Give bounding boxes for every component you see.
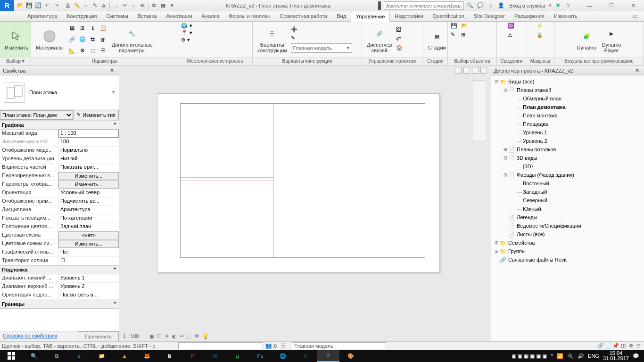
paint-icon[interactable]: 🎨 [339, 350, 362, 362]
ribbon-tab-вставка[interactable]: Вставка [133, 12, 162, 21]
ribbon-tab-quantification[interactable]: Quantification [428, 12, 469, 21]
edit-type-button[interactable]: ✎Изменить тип [73, 110, 119, 120]
tree-item[interactable]: ⊞📁Группы [492, 247, 643, 255]
sun-path-icon[interactable]: ☀ [165, 333, 169, 339]
help-search-input[interactable] [384, 1, 464, 10]
ribbon-tab-конструкция[interactable]: Конструкция [62, 12, 102, 21]
ribbon-tab-управление[interactable]: Управление [351, 12, 390, 22]
group-header[interactable]: Подложка [2, 267, 27, 273]
apply-button[interactable]: Применить [78, 331, 119, 341]
ids-icon[interactable]: 🆔 [508, 23, 515, 30]
text-icon[interactable]: A [99, 1, 108, 10]
exchange-icon[interactable]: ✖ [553, 1, 562, 10]
photoshop-icon[interactable]: Ps [249, 350, 272, 362]
location-button[interactable]: 🌍▾ [181, 23, 192, 29]
crop-region-icon[interactable]: ⬚ [187, 333, 191, 339]
collapse-icon[interactable]: ⊟ [494, 79, 500, 84]
comm-icon[interactable]: 💬 [476, 1, 485, 10]
sign-in-link[interactable]: Вход в службы [507, 3, 547, 8]
utorrent-icon[interactable]: µ [226, 350, 249, 362]
ribbon-tab-системы[interactable]: Системы [102, 12, 133, 21]
tree-item[interactable]: — Уровень 1 [492, 128, 643, 137]
starting-view-icon[interactable]: 🏠 [396, 45, 404, 52]
ribbon-tab-вид[interactable]: Вид [332, 12, 351, 21]
tray-icons[interactable]: ▣ ▣ ▣ ▣ ▣ ▣ [512, 353, 547, 359]
navigation-bar[interactable] [472, 80, 487, 141]
manage-images-icon[interactable]: 🖼 [396, 27, 404, 34]
tree-item[interactable]: ⊟📄Фасады (Фасад здания) [492, 171, 643, 179]
property-value[interactable]: Условный север [58, 189, 119, 197]
manage-links-button[interactable]: 🔗 Диспетчер связей [365, 25, 394, 54]
search-icon[interactable]: 🔍 [466, 1, 474, 10]
group-header[interactable]: Графика [2, 122, 24, 128]
view-canvas[interactable]: 1 : 100 ▦ ☐ ☀ ◐ ✂ ⬚ 👁 💡 [119, 66, 491, 341]
ribbon-tab-архитектура[interactable]: Архитектура [23, 12, 62, 21]
minimize-view-icon[interactable] [455, 67, 462, 74]
volume-icon[interactable]: 🔊 [578, 353, 584, 359]
shared-params-icon[interactable]: 🔗 [67, 34, 77, 45]
detail-level-icon[interactable]: ▦ [149, 333, 154, 339]
minimize-button[interactable]: — [579, 0, 601, 11]
undo-icon[interactable]: ↶ [43, 1, 51, 10]
section-icon[interactable]: ✂ [120, 1, 129, 10]
visual-style-icon[interactable]: ☐ [157, 333, 162, 339]
project-params-icon[interactable]: 📋 [99, 23, 108, 33]
select-underlay-icon[interactable]: 📄 [604, 343, 612, 349]
drag-elements-icon[interactable]: ✥ [627, 343, 635, 349]
expand-icon[interactable]: ⊞ [503, 147, 508, 152]
tree-item[interactable]: ⊟📄Планы этажей [492, 86, 643, 94]
tag-icon[interactable]: ✎ [91, 1, 99, 10]
macro-security-icon[interactable]: 🔒 [537, 32, 544, 40]
property-value[interactable]: Изменить... [58, 172, 119, 180]
tree-item[interactable]: ⊞📁Семейства [492, 239, 643, 247]
close-icon[interactable]: ✕ [633, 67, 641, 74]
tree-item[interactable]: — Западный [492, 188, 643, 196]
property-value[interactable]: Подчистить вс... [58, 197, 119, 206]
design-option-status-combo[interactable]: Главная модель [292, 342, 386, 349]
user-icon[interactable]: 👤 [497, 1, 505, 10]
hide-isolate-icon[interactable]: 👁 [194, 333, 199, 339]
property-value[interactable]: <нет> [58, 231, 119, 239]
select-links-icon[interactable]: 🔗 [597, 343, 604, 349]
ribbon-tab-надстройки[interactable]: Надстройки [390, 12, 428, 21]
tree-item[interactable]: 🔗Связанные файлы Revit [492, 255, 643, 264]
help-icon[interactable]: ? [564, 1, 572, 10]
additional-params-button[interactable]: 🔧 Дополнительные параметры [110, 25, 155, 54]
property-value[interactable]: По категории [58, 214, 119, 222]
tree-item[interactable]: ⊟📄3D виды [492, 154, 643, 162]
d3-icon[interactable]: ⬚ [111, 1, 120, 10]
property-value[interactable]: Низкий [58, 155, 119, 163]
ribbon-tab-аннотации[interactable]: Аннотации [162, 12, 197, 21]
units-icon[interactable]: 📐 [67, 46, 77, 56]
decal-types-icon[interactable]: 🏷 [396, 36, 404, 43]
property-value[interactable]: ☐ [58, 257, 119, 265]
property-value[interactable]: Уровень 2 [58, 283, 119, 291]
property-value[interactable]: 100 [58, 138, 119, 146]
app-icon-1[interactable]: ▲ [113, 350, 136, 362]
word-icon[interactable]: W [204, 350, 226, 362]
ribbon-tab-совместная-работа[interactable]: Совместная работа [275, 12, 332, 21]
chevron-up-icon[interactable]: ⌃ [113, 267, 117, 273]
workset-icon[interactable]: 👥 [265, 343, 272, 349]
property-value[interactable]: Нормально [58, 147, 119, 155]
tree-item[interactable]: — Восточный [492, 179, 643, 188]
type-dropdown-icon[interactable]: ▾ [112, 89, 115, 95]
purge-icon[interactable]: 🗑 [99, 34, 108, 45]
clock[interactable]: 15:04 31.01.2017 [603, 351, 629, 361]
crop-view-icon[interactable]: ✂ [180, 333, 184, 339]
collapse-icon[interactable]: ⊟ [503, 173, 508, 177]
switch-windows-icon[interactable]: ⧉ [150, 1, 158, 10]
load-selection-icon[interactable]: 📂 [461, 23, 469, 30]
maximize-view-icon[interactable] [463, 67, 470, 74]
s4-icon[interactable]: ⊞ [461, 32, 469, 39]
tree-item[interactable]: 📄Ведомости/Спецификации [492, 222, 643, 230]
filter-icon[interactable]: ▽ [635, 343, 642, 349]
network-icon[interactable]: 📶 [557, 353, 563, 359]
add-to-set-icon[interactable]: ➕ [291, 26, 298, 34]
property-value[interactable]: 1 : 100 [58, 130, 119, 138]
position-button[interactable]: ⊕▾ [181, 37, 190, 43]
reveal-hidden-icon[interactable]: 💡 [202, 333, 209, 339]
snaps-icon[interactable]: ⊞ [78, 23, 87, 33]
select-face-icon[interactable]: ◫ [619, 343, 627, 349]
redo-icon[interactable]: ↷ [52, 1, 60, 10]
